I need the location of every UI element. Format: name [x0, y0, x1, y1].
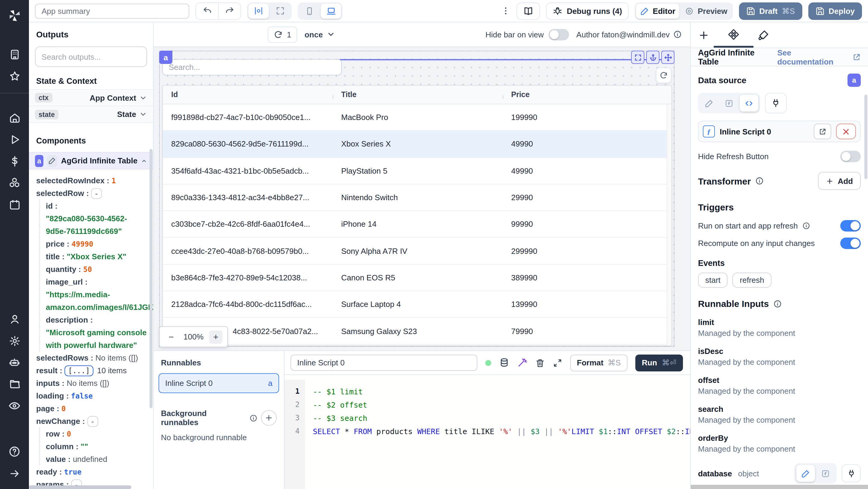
- audit-eye-icon[interactable]: [0, 395, 29, 417]
- info-icon[interactable]: [802, 222, 810, 230]
- code-source-button[interactable]: [740, 95, 758, 112]
- code-line[interactable]: 2-- $2 offset: [284, 398, 690, 411]
- resources-cubes-icon[interactable]: [0, 172, 29, 193]
- table-column-header[interactable]: Title: [333, 90, 503, 99]
- table-row[interactable]: c303bce7-cb2e-42c6-8fdf-6aa01fc4e4...iPh…: [163, 211, 672, 238]
- selected-component-cell[interactable]: a Search... IdTitlePrice f991898d-cb27-4…: [159, 51, 675, 347]
- info-icon[interactable]: [773, 299, 781, 308]
- desktop-view-button[interactable]: [321, 3, 341, 19]
- info-icon[interactable]: [755, 177, 764, 185]
- chevron-up-icon[interactable]: [141, 156, 147, 165]
- code-line[interactable]: 3-- $3 search: [284, 411, 690, 425]
- table-row[interactable]: ccee43dc-27e0-40a8-b768-b09579b0...Sony …: [163, 238, 672, 265]
- expand-editor-icon[interactable]: [553, 358, 562, 367]
- connect-plug-button[interactable]: [765, 93, 786, 113]
- runnable-item-inline-script-0[interactable]: Inline Script 0 a: [158, 373, 279, 393]
- refresh-mode-select[interactable]: once: [304, 30, 335, 39]
- folders-icon[interactable]: [0, 373, 29, 395]
- output-tree-row[interactable]: selectedRow : -: [36, 187, 153, 200]
- template-fx-button[interactable]: [720, 95, 738, 112]
- output-tree-row[interactable]: newChange : -: [36, 415, 153, 428]
- component-settings-tab[interactable]: [727, 22, 740, 48]
- open-script-button[interactable]: [814, 124, 831, 139]
- table-row[interactable]: 354f6afd-43ac-4321-b1bc-0b5e5adcb...Play…: [163, 158, 672, 184]
- preview-tab[interactable]: Preview: [681, 3, 732, 19]
- home-icon[interactable]: [0, 107, 29, 128]
- table-search-input[interactable]: Search...: [162, 59, 342, 75]
- see-documentation-link[interactable]: See documentation: [777, 48, 861, 66]
- table-row[interactable]: 89c0a336-1343-4812-ac34-e4bb8e27...Ninte…: [163, 184, 672, 211]
- deploy-button[interactable]: Deploy: [808, 2, 862, 20]
- ai-wand-icon[interactable]: [517, 358, 527, 368]
- delete-script-icon[interactable]: [535, 358, 545, 367]
- anchor-component-button[interactable]: [646, 51, 659, 64]
- draft-button[interactable]: Draft ⌘S: [739, 2, 802, 20]
- outputs-vertical-scrollbar[interactable]: [150, 149, 153, 408]
- code-line[interactable]: 4SELECT * FROM products WHERE title ILIK…: [284, 425, 690, 438]
- outputs-horizontal-scrollbar[interactable]: [29, 485, 131, 489]
- component-outputs-header[interactable]: a AgGrid Infinite Table: [29, 152, 153, 170]
- redo-button[interactable]: [218, 3, 241, 19]
- table-vertical-scrollbar[interactable]: [667, 104, 672, 345]
- script-name-input[interactable]: [290, 355, 477, 371]
- run-button[interactable]: Run⌘⏎: [635, 354, 683, 371]
- code-line[interactable]: 1-- $1 limit: [284, 385, 690, 398]
- table-row[interactable]: f991898d-cb27-4ac7-b10c-0b9050ce1...MacB…: [163, 104, 672, 131]
- component-refresh-button[interactable]: [656, 67, 672, 83]
- settings-gear-icon[interactable]: [0, 330, 29, 352]
- table-column-header[interactable]: Id: [163, 90, 333, 99]
- static-pencil-button[interactable]: [700, 95, 718, 112]
- docs-button[interactable]: [517, 2, 540, 20]
- schedules-calendar-icon[interactable]: [0, 193, 29, 215]
- static-pencil-button[interactable]: [796, 465, 815, 482]
- zoom-out-button[interactable]: −: [164, 330, 178, 343]
- table-row[interactable]: 4c83-8022-5e70a07a2...Samsung Galaxy S23…: [163, 318, 672, 345]
- table-row[interactable]: b3e864c8-7fe3-4270-89e9-54c12038...Canon…: [163, 265, 672, 292]
- table-row[interactable]: 2128adca-7fc6-44bd-800c-dc115df6ac...Sur…: [163, 291, 672, 318]
- styling-brush-tab[interactable]: [758, 22, 769, 48]
- info-icon[interactable]: [250, 414, 257, 422]
- ctx-row[interactable]: ctx App Context: [29, 89, 153, 106]
- output-tree-row[interactable]: result : [...]10 items: [36, 364, 153, 377]
- move-component-button[interactable]: [661, 51, 675, 64]
- info-icon[interactable]: [673, 30, 682, 39]
- component-drag-handle[interactable]: a: [159, 51, 173, 64]
- editor-tab[interactable]: Editor: [636, 3, 680, 19]
- add-background-runnable-button[interactable]: [261, 410, 277, 426]
- windmill-logo-icon[interactable]: [0, 5, 29, 27]
- template-fx-button[interactable]: [816, 465, 835, 482]
- code-editor-area[interactable]: 1-- $1 limit2-- $2 offset3-- $3 search4S…: [284, 375, 690, 489]
- runs-play-icon[interactable]: [0, 128, 29, 150]
- recompute-toggle[interactable]: [840, 238, 861, 249]
- right-panel-vertical-scrollbar[interactable]: [864, 95, 867, 179]
- app-canvas[interactable]: a Search... IdTitlePrice f991898d-cb27-4…: [154, 47, 690, 350]
- expand-component-button[interactable]: [631, 51, 644, 64]
- favorites-star-icon[interactable]: [0, 65, 29, 87]
- hide-refresh-toggle[interactable]: [840, 151, 861, 162]
- format-button[interactable]: Format⌘S: [570, 354, 627, 371]
- fullwidth-layout-button[interactable]: [270, 3, 290, 19]
- more-menu-icon[interactable]: [501, 6, 510, 16]
- zoom-in-button[interactable]: +: [209, 330, 222, 343]
- remove-script-button[interactable]: [836, 124, 856, 139]
- connect-plug-button[interactable]: [841, 464, 861, 482]
- outputs-search-input[interactable]: Search outputs...: [35, 47, 147, 67]
- collapse-arrow-icon[interactable]: [0, 462, 29, 484]
- workers-robot-icon[interactable]: [0, 352, 29, 373]
- app-summary-input[interactable]: [35, 3, 189, 19]
- insert-component-tab[interactable]: [698, 22, 710, 48]
- hide-bar-toggle[interactable]: [549, 29, 569, 40]
- right-panel-horizontal-scrollbar[interactable]: [691, 485, 868, 489]
- pencil-icon[interactable]: [47, 155, 57, 167]
- state-row[interactable]: state State: [29, 106, 153, 123]
- help-icon[interactable]: [0, 441, 29, 462]
- mobile-view-button[interactable]: [299, 3, 319, 19]
- database-icon[interactable]: [499, 358, 509, 368]
- table-column-header[interactable]: Price: [503, 90, 672, 99]
- refresh-count-button[interactable]: 1: [268, 26, 297, 42]
- variables-dollar-icon[interactable]: [0, 150, 29, 172]
- data-source-script-row[interactable]: ƒ Inline Script 0: [698, 121, 861, 142]
- undo-button[interactable]: [196, 3, 218, 19]
- add-transformer-button[interactable]: Add: [818, 172, 861, 190]
- debug-runs-button[interactable]: Debug runs (4): [546, 2, 628, 20]
